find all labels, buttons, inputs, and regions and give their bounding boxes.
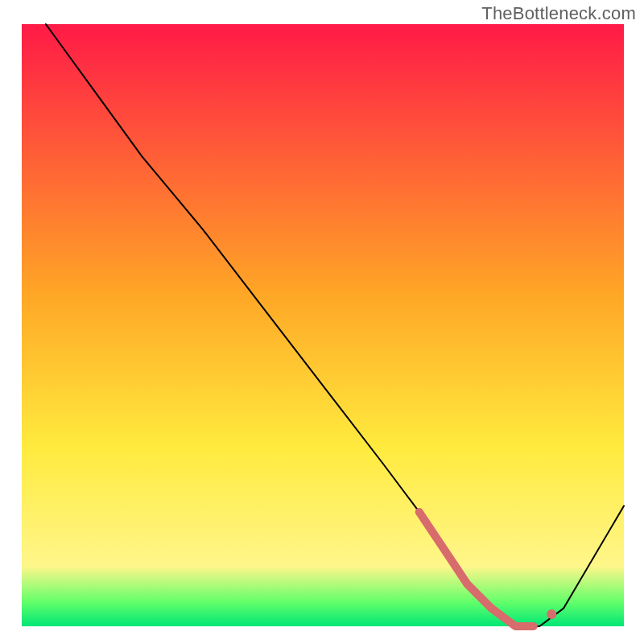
bottleneck-plot [0, 0, 644, 644]
chart-container: TheBottleneck.com [0, 0, 644, 644]
highlight-dot [547, 609, 556, 619]
watermark-label: TheBottleneck.com [481, 3, 636, 24]
